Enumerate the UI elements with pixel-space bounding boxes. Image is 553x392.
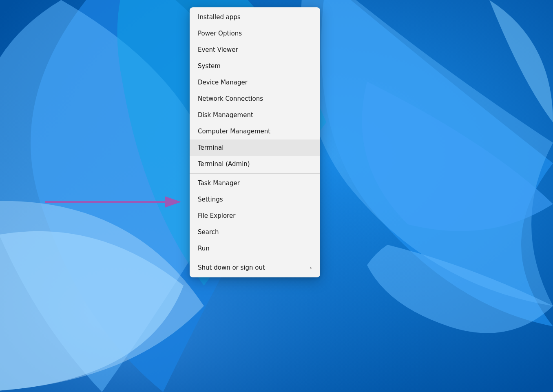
- menu-item-label: Device Manager: [198, 79, 248, 86]
- menu-item-installed-apps[interactable]: Installed apps: [190, 9, 320, 25]
- menu-divider-1: [190, 173, 320, 174]
- menu-item-shut-down[interactable]: Shut down or sign out ›: [190, 259, 320, 276]
- menu-item-network-connections[interactable]: Network Connections: [190, 91, 320, 107]
- menu-item-label: Disk Management: [198, 111, 253, 119]
- menu-item-label: Run: [198, 245, 210, 252]
- menu-item-computer-management[interactable]: Computer Management: [190, 123, 320, 140]
- menu-item-label: System: [198, 62, 221, 70]
- menu-item-task-manager[interactable]: Task Manager: [190, 175, 320, 191]
- menu-item-label: Network Connections: [198, 95, 263, 102]
- menu-divider-2: [190, 258, 320, 258]
- menu-item-label: File Explorer: [198, 212, 235, 219]
- menu-item-label: Event Viewer: [198, 46, 238, 53]
- menu-item-label: Task Manager: [198, 179, 240, 187]
- context-menu: Installed apps Power Options Event Viewe…: [190, 7, 320, 277]
- menu-item-power-options[interactable]: Power Options: [190, 25, 320, 42]
- menu-item-terminal[interactable]: Terminal: [190, 140, 320, 156]
- menu-item-system[interactable]: System: [190, 58, 320, 74]
- menu-item-label: Terminal: [198, 144, 223, 151]
- menu-item-device-manager[interactable]: Device Manager: [190, 74, 320, 91]
- menu-item-label: Terminal (Admin): [198, 160, 250, 168]
- menu-item-terminal-admin[interactable]: Terminal (Admin): [190, 156, 320, 172]
- menu-item-label: Power Options: [198, 30, 242, 37]
- menu-item-disk-management[interactable]: Disk Management: [190, 107, 320, 123]
- menu-item-label: Search: [198, 228, 219, 236]
- chevron-right-icon: ›: [310, 265, 312, 271]
- menu-item-label: Shut down or sign out: [198, 264, 265, 271]
- menu-item-search[interactable]: Search: [190, 224, 320, 240]
- menu-item-label: Installed apps: [198, 13, 241, 21]
- menu-item-file-explorer[interactable]: File Explorer: [190, 208, 320, 224]
- menu-item-settings[interactable]: Settings: [190, 191, 320, 208]
- menu-item-label: Computer Management: [198, 128, 270, 135]
- menu-item-event-viewer[interactable]: Event Viewer: [190, 42, 320, 58]
- menu-item-label: Settings: [198, 196, 223, 203]
- menu-item-run[interactable]: Run: [190, 240, 320, 257]
